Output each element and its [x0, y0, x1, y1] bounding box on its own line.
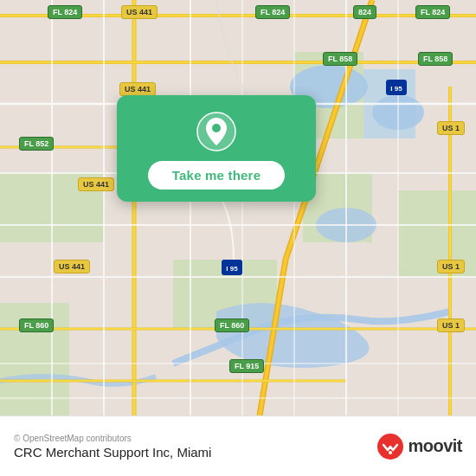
road-badge-us1-rb2: US 1 — [437, 318, 465, 332]
location-title: CRC Merchant Support Inc, Miami — [14, 445, 211, 460]
road-badge-fl858-r: FL 858 — [323, 52, 357, 66]
map-svg: I 95 I 95 — [0, 0, 476, 415]
road-badge-fl860-l: FL 860 — [19, 318, 54, 332]
road-badge-us1-rb: US 1 — [437, 260, 465, 273]
svg-text:I 95: I 95 — [390, 85, 402, 93]
road-badge-fl824-fr: FL 824 — [415, 5, 450, 19]
bottom-bar: © OpenStreetMap contributors CRC Merchan… — [0, 415, 476, 476]
moovit-text: moovit — [408, 436, 462, 456]
svg-point-45 — [389, 451, 392, 454]
road-badge-us441-b: US 441 — [54, 260, 90, 273]
road-badge-fl860-m: FL 860 — [215, 318, 249, 332]
road-badge-us441-lm: US 441 — [119, 82, 156, 96]
road-badge-fl852: FL 852 — [19, 137, 54, 151]
take-me-there-button[interactable]: Take me there — [148, 161, 285, 190]
road-badge-us441-top: US 441 — [121, 5, 158, 19]
bottom-left: © OpenStreetMap contributors CRC Merchan… — [14, 434, 211, 460]
popup-card: Take me there — [117, 95, 316, 202]
moovit-icon-svg — [376, 433, 404, 460]
road-badge-fl824-tl: FL 824 — [48, 5, 82, 19]
svg-point-43 — [212, 124, 221, 132]
moovit-logo: moovit — [376, 433, 462, 460]
pin-icon — [196, 111, 237, 152]
road-badge-fl824-mt: FL 824 — [255, 5, 290, 19]
attribution: © OpenStreetMap contributors — [14, 434, 211, 443]
road-badge-us441-lo: US 441 — [78, 177, 114, 191]
road-badge-fl858-fr: FL 858 — [418, 52, 453, 66]
road-badge-824: 824 — [353, 5, 376, 19]
svg-text:I 95: I 95 — [226, 265, 238, 273]
map-container: I 95 I 95 FL 824 US 441 FL 824 824 FL 82… — [0, 0, 476, 415]
road-badge-us1-r: US 1 — [437, 121, 465, 135]
road-badge-fl915: FL 915 — [229, 359, 264, 373]
